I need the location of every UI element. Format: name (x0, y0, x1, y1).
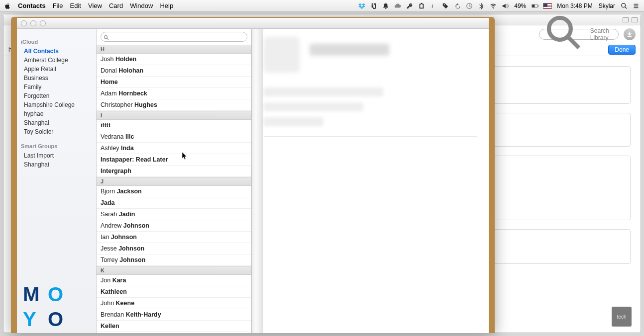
evernote-menu-icon[interactable] (370, 2, 378, 10)
clock-text[interactable]: Mon 3:48 PM (556, 2, 593, 9)
user-menu[interactable]: Skylar (598, 2, 616, 9)
contact-row[interactable]: Jada (97, 197, 251, 209)
section-header: I (97, 111, 251, 120)
contacts-list-column: HJosh HoldenDonal HolohanHomeAdam Hornbe… (97, 29, 252, 333)
section-header: H (97, 45, 251, 54)
wifi-menu-icon[interactable] (489, 2, 497, 10)
contact-row[interactable]: Donal Holohan (97, 65, 251, 77)
menubar: Contacts File Edit View Card Window Help… (0, 0, 644, 12)
clip-menu-icon[interactable] (418, 2, 426, 10)
sync-menu-icon[interactable] (453, 2, 461, 10)
contact-row[interactable]: Adam Hornbeck (97, 88, 251, 99)
sidebar-item[interactable]: Toy Soldier (21, 127, 92, 136)
contacts-list[interactable]: HJosh HoldenDonal HolohanHomeAdam Hornbe… (97, 45, 251, 333)
menu-help[interactable]: Help (160, 2, 173, 9)
contact-avatar (264, 37, 300, 73)
svg-text:i: i (432, 3, 433, 9)
sidebar-item[interactable]: Apple Retail (21, 65, 92, 74)
contact-row[interactable]: Instapaper: Read Later (97, 154, 251, 166)
tag-menu-icon[interactable] (441, 2, 449, 10)
sidebar-item[interactable]: Shanghai (21, 160, 92, 169)
menu-card[interactable]: Card (109, 2, 123, 9)
contact-name-blurred (310, 44, 389, 56)
contact-row[interactable]: Ian Johnson (97, 232, 251, 243)
contacts-search-input[interactable] (101, 32, 247, 42)
contact-row[interactable]: Jon Kara (97, 275, 251, 286)
contacts-titlebar (17, 18, 489, 29)
contact-row[interactable]: John Keene (97, 298, 251, 309)
contact-row[interactable]: Ashley Inda (97, 143, 251, 154)
svg-line-11 (107, 38, 108, 40)
sidebar-item[interactable]: Business (21, 74, 92, 83)
menu-edit[interactable]: Edit (70, 2, 81, 9)
minimize-dot-icon[interactable] (30, 20, 36, 26)
bg-min-icon[interactable] (623, 17, 629, 22)
sidebar-item[interactable]: Hampshire College (21, 100, 92, 109)
contact-row[interactable]: Sarah Jadin (97, 209, 251, 220)
zoom-dot-icon[interactable] (40, 20, 46, 26)
app-name[interactable]: Contacts (18, 2, 46, 9)
spotlight-search-icon[interactable] (620, 2, 628, 10)
sidebar-item[interactable]: Last Import (21, 151, 92, 160)
sidebar-item[interactable]: hyphae (21, 109, 92, 118)
menu-window[interactable]: Window (130, 2, 153, 9)
search-icon (104, 34, 109, 40)
logo-letter-y: Y (23, 309, 43, 329)
downloads-button[interactable] (624, 28, 636, 40)
sidebar-item[interactable]: Family (21, 83, 92, 91)
contacts-window: iCloud All ContactsAmherst CollegeApple … (11, 17, 495, 333)
sidebar-item[interactable]: Shanghai (21, 118, 92, 127)
svg-point-8 (549, 18, 571, 40)
separator (264, 136, 477, 137)
contact-row[interactable]: Kathleen (97, 286, 251, 298)
svg-point-6 (622, 3, 626, 7)
svg-line-9 (568, 37, 579, 48)
key-menu-icon[interactable] (406, 2, 414, 10)
menu-view[interactable]: View (88, 2, 102, 9)
sidebar-label-icloud: iCloud (21, 39, 92, 45)
svg-point-2 (493, 7, 494, 8)
close-dot-icon[interactable] (21, 20, 27, 26)
contact-row[interactable]: Kellen (97, 321, 251, 332)
contact-field-blurred (264, 102, 363, 111)
contact-row[interactable]: Home (97, 77, 251, 88)
sidebar-item[interactable]: Amherst College (21, 56, 92, 65)
section-header: K (97, 266, 251, 275)
contact-row[interactable]: Christopher Hughes (97, 99, 251, 111)
notifications-menu-icon[interactable] (382, 2, 390, 10)
contact-row[interactable]: Brendan Keith-Hardy (97, 309, 251, 321)
search-library-input[interactable]: Search Library (539, 29, 619, 40)
cloud-menu-icon[interactable] (394, 2, 402, 10)
done-button[interactable]: Done (608, 45, 636, 55)
input-source-flag-icon[interactable] (543, 3, 552, 9)
svg-rect-4 (533, 4, 535, 7)
sidebar-item[interactable]: All Contacts (21, 47, 92, 56)
contact-row[interactable]: Torrey Johnson (97, 254, 251, 266)
contact-row[interactable]: Bjorn Jackson (97, 186, 251, 197)
battery-menu-icon[interactable] (531, 2, 539, 10)
contact-row[interactable]: Vedrana Ilic (97, 131, 251, 143)
dropbox-menu-icon[interactable] (358, 2, 366, 10)
contact-row[interactable]: Andrew Johnson (97, 220, 251, 232)
logo-letter-o2: O (48, 309, 68, 329)
contact-row[interactable]: ifttt (97, 120, 251, 131)
sidebar-item[interactable]: Forgotten (21, 91, 92, 100)
contact-row[interactable]: Steve Kelley (97, 332, 251, 333)
menu-file[interactable]: File (53, 2, 63, 9)
mouse-cursor-icon (182, 152, 188, 160)
bg-max-icon[interactable] (632, 17, 638, 22)
search-library-placeholder: Search Library (590, 27, 614, 41)
volume-menu-icon[interactable] (501, 2, 509, 10)
contact-row[interactable]: Josh Holden (97, 54, 251, 65)
contact-field-blurred (264, 117, 323, 126)
contact-detail-pane (252, 29, 489, 333)
svg-point-10 (105, 36, 107, 39)
notification-center-icon[interactable] (632, 2, 640, 10)
timemachine-menu-icon[interactable] (465, 2, 473, 10)
tech-badge: tech (612, 307, 632, 327)
contact-row[interactable]: Intergraph (97, 166, 251, 177)
contact-row[interactable]: Jesse Johnson (97, 243, 251, 254)
bluetooth-menu-icon[interactable] (477, 2, 485, 10)
apple-menu-icon[interactable] (4, 2, 11, 9)
info-menu-icon[interactable]: i (429, 2, 437, 10)
